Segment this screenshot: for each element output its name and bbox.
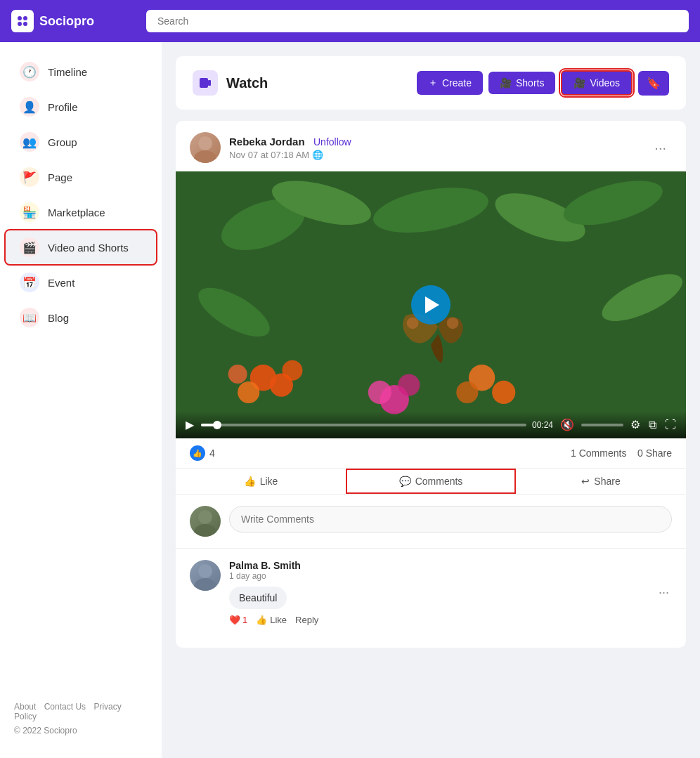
contact-link[interactable]: Contact Us <box>44 702 86 712</box>
sidebar-label-event: Event <box>48 277 74 289</box>
sidebar-item-group[interactable]: 👥 Group <box>6 125 156 159</box>
like-icon: 👍 <box>190 445 205 461</box>
shorts-camera-icon: 🎥 <box>500 77 512 89</box>
comment-like-label: Like <box>270 615 287 625</box>
heart-count: 1 <box>242 615 247 625</box>
sidebar-label-group: Group <box>48 136 77 148</box>
logo-area[interactable]: Sociopro <box>11 10 138 32</box>
comment-text-input[interactable] <box>229 506 672 532</box>
app-name: Sociopro <box>39 14 94 29</box>
sidebar-item-blog[interactable]: 📖 Blog <box>6 301 156 334</box>
svg-point-27 <box>447 318 459 329</box>
likes-number: 4 <box>209 447 215 459</box>
comment-like-icon: 👍 <box>256 615 267 625</box>
share-action-button[interactable]: ↩ Share <box>516 469 686 494</box>
marketplace-icon: 🏪 <box>20 202 39 222</box>
svg-point-19 <box>282 360 302 381</box>
sidebar-label-page: Page <box>48 171 72 183</box>
svg-rect-4 <box>200 78 208 88</box>
progress-thumb <box>213 421 221 429</box>
volume-bar[interactable] <box>581 424 623 426</box>
like-action-label: Like <box>260 476 278 487</box>
sidebar-item-profile[interactable]: 👤 Profile <box>6 90 156 124</box>
search-input[interactable] <box>146 10 689 32</box>
unfollow-button[interactable]: Unfollow <box>313 136 351 148</box>
share-action-label: Share <box>594 476 620 487</box>
comments-list: Palma B. Smith 1 day ago Beautiful ❤️ 1 … <box>176 549 686 648</box>
comment-like-button[interactable]: 👍 Like <box>256 615 287 625</box>
create-button[interactable]: ＋ Create <box>417 71 483 95</box>
sidebar: 🕐 Timeline 👤 Profile 👥 Group 🚩 Page 🏪 M <box>0 42 162 758</box>
commenter-name: Palma B. Smith <box>229 560 647 571</box>
post-more-button[interactable]: ··· <box>649 137 672 159</box>
blog-icon: 📖 <box>20 308 39 327</box>
watch-title-area: Watch <box>193 70 268 96</box>
like-action-button[interactable]: 👍 Like <box>176 469 346 494</box>
share-icon: ↩ <box>581 476 590 487</box>
svg-point-17 <box>238 381 259 403</box>
bookmark-icon: 🔖 <box>647 77 661 89</box>
comment-input-area <box>176 495 686 549</box>
sidebar-label-marketplace: Marketplace <box>48 207 105 218</box>
play-pause-button[interactable]: ▶ <box>184 417 195 433</box>
plus-icon: ＋ <box>428 77 438 89</box>
heart-reaction: ❤️ 1 <box>229 615 247 625</box>
fullscreen-button[interactable]: ⛶ <box>663 417 678 433</box>
watch-title: Watch <box>226 75 268 91</box>
svg-point-3 <box>23 22 27 26</box>
video-duration: 00:24 <box>532 420 553 430</box>
heart-icon: ❤️ <box>229 615 240 625</box>
top-navigation: Sociopro <box>0 0 700 42</box>
video-player[interactable]: ▶ 00:24 🔇 ⚙ ⧉ ⛶ <box>176 171 686 438</box>
svg-point-20 <box>228 365 247 384</box>
shorts-label: Shorts <box>516 77 544 89</box>
comment-reply-button[interactable]: Reply <box>295 615 318 625</box>
svg-point-6 <box>198 136 212 150</box>
video-post-card: Rebeka Jordan Unfollow Nov 07 at 07:18 A… <box>176 121 686 648</box>
about-link[interactable]: About <box>14 702 36 712</box>
bookmark-button[interactable]: 🔖 <box>638 71 669 96</box>
main-content: Watch ＋ Create 🎥 Shorts 🎥 Videos 🔖 <box>162 42 700 673</box>
svg-point-32 <box>194 578 216 591</box>
sidebar-label-timeline: Timeline <box>48 66 87 78</box>
comment-body: Palma B. Smith 1 day ago Beautiful ❤️ 1 … <box>229 560 647 625</box>
comments-count: 1 <box>571 447 576 459</box>
sidebar-item-page[interactable]: 🚩 Page <box>6 160 156 194</box>
play-button[interactable] <box>411 285 451 325</box>
sidebar-item-video-shorts[interactable]: 🎬 Video and Shorts <box>6 230 156 264</box>
shorts-button[interactable]: 🎥 Shorts <box>488 72 555 94</box>
comment-text: Beautiful <box>229 587 287 609</box>
video-shorts-icon: 🎬 <box>20 237 39 257</box>
svg-point-22 <box>368 381 391 404</box>
svg-rect-5 <box>208 80 211 86</box>
shares-label: Share <box>646 447 672 459</box>
svg-point-29 <box>198 510 212 524</box>
author-avatar <box>190 132 221 163</box>
popout-button[interactable]: ⧉ <box>647 417 658 433</box>
svg-point-25 <box>492 381 515 404</box>
videos-camera-icon: 🎥 <box>573 77 585 89</box>
svg-point-2 <box>18 22 22 26</box>
watch-action-buttons: ＋ Create 🎥 Shorts 🎥 Videos 🔖 <box>417 70 669 96</box>
svg-point-30 <box>194 524 216 537</box>
comment-more-button[interactable]: ··· <box>656 560 672 625</box>
event-icon: 📅 <box>20 273 39 292</box>
comment-reactions: ❤️ 1 👍 Like Reply <box>229 615 647 625</box>
svg-point-1 <box>23 16 27 20</box>
sidebar-item-marketplace[interactable]: 🏪 Marketplace <box>6 195 156 229</box>
copyright: © 2022 Sociopro <box>14 726 148 736</box>
current-user-avatar <box>190 506 221 537</box>
svg-point-23 <box>398 374 420 396</box>
like-thumb-icon: 👍 <box>244 476 256 487</box>
settings-button[interactable]: ⚙ <box>629 417 642 433</box>
profile-icon: 👤 <box>20 97 39 117</box>
svg-point-7 <box>194 150 216 163</box>
progress-bar[interactable] <box>201 424 526 426</box>
comments-action-button[interactable]: 💬 Comments <box>346 469 516 494</box>
svg-point-0 <box>18 16 22 20</box>
mute-button[interactable]: 🔇 <box>559 417 576 433</box>
videos-button[interactable]: 🎥 Videos <box>561 70 633 96</box>
sidebar-item-event[interactable]: 📅 Event <box>6 266 156 299</box>
comments-action-label: Comments <box>415 476 463 487</box>
sidebar-item-timeline[interactable]: 🕐 Timeline <box>6 55 156 89</box>
